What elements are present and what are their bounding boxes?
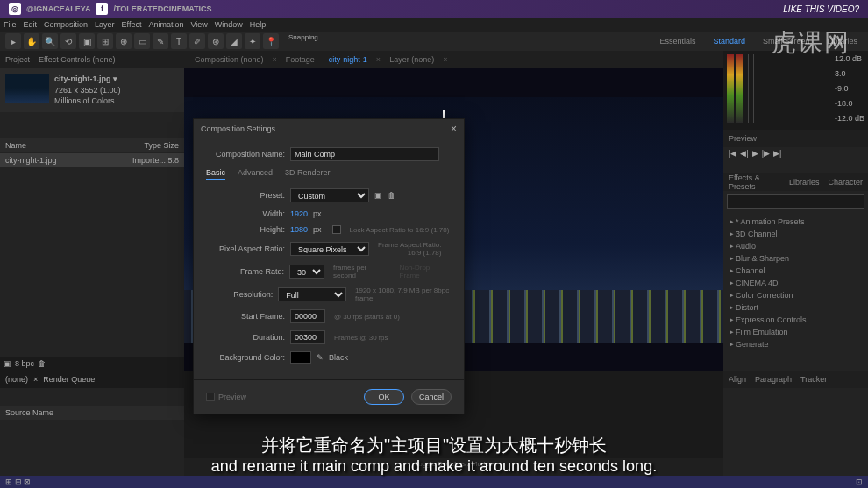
first-frame-icon[interactable]: |◀: [729, 149, 736, 159]
cancel-button[interactable]: Cancel: [411, 389, 452, 405]
fx-color[interactable]: Color Correction: [727, 289, 864, 301]
puppet-tool[interactable]: 📍: [263, 33, 279, 49]
preset-delete-icon[interactable]: 🗑: [388, 191, 395, 200]
fx-tab[interactable]: Effects & Presets: [729, 173, 780, 191]
preset-save-icon[interactable]: ▣: [374, 191, 382, 200]
comp-name-input[interactable]: [290, 147, 439, 161]
tracker-tab[interactable]: Tracker: [800, 375, 827, 384]
tab-3d[interactable]: 3D Renderer: [285, 168, 331, 180]
clone-tool[interactable]: ⊛: [208, 33, 224, 49]
rotate-tool[interactable]: ⟲: [60, 33, 76, 49]
audio-meter: 12.0 dB 3.0 -9.0 -18.0 -12.0 dB: [723, 51, 868, 130]
text-tool[interactable]: T: [171, 33, 187, 49]
social-links: ◎ @IGNACEALEYA f /TOLERATEDCINEMATICS: [9, 3, 211, 15]
height-label: Height:: [206, 225, 285, 234]
tab-advanced[interactable]: Advanced: [238, 168, 273, 180]
fx-audio[interactable]: Audio: [727, 240, 864, 252]
preset-select[interactable]: Custom: [290, 188, 369, 202]
fr-label: Frame Rate:: [206, 267, 284, 276]
anchor-tool[interactable]: ⊕: [116, 33, 132, 49]
align-tab[interactable]: Align: [729, 375, 746, 384]
menu-window[interactable]: Window: [215, 20, 243, 29]
snapping-label[interactable]: Snapping: [288, 33, 318, 49]
tl-render[interactable]: Render Queue: [43, 375, 95, 384]
start-input[interactable]: [290, 309, 325, 323]
menu-layer[interactable]: Layer: [95, 20, 115, 29]
para-tab[interactable]: Paragraph: [755, 375, 792, 384]
col-type[interactable]: Type: [144, 141, 161, 150]
menu-effect[interactable]: Effect: [122, 20, 142, 29]
asset-name[interactable]: city-night-1.jpg ▾: [54, 74, 121, 85]
fx-3d[interactable]: 3D Channel: [727, 228, 864, 240]
ws-standard[interactable]: Standard: [708, 35, 751, 47]
brush-tool[interactable]: ✐: [189, 33, 205, 49]
menu-animation[interactable]: Animation: [148, 20, 183, 29]
next-frame-icon[interactable]: |▶: [762, 149, 770, 159]
fx-blur[interactable]: Blur & Sharpen: [727, 252, 864, 265]
last-frame-icon[interactable]: ▶|: [773, 149, 781, 159]
fx-film[interactable]: Film Emulation: [727, 326, 864, 338]
dur-input[interactable]: [290, 330, 325, 344]
new-bin-icon[interactable]: ▣: [4, 359, 11, 368]
res-select[interactable]: Full: [278, 287, 346, 301]
menu-help[interactable]: Help: [250, 20, 267, 29]
ws-essentials[interactable]: Essentials: [654, 35, 701, 47]
par-select[interactable]: Square Pixels: [290, 242, 369, 256]
fr-select[interactable]: 30: [289, 265, 324, 279]
roto-tool[interactable]: ✦: [245, 33, 260, 49]
play-icon[interactable]: ▶: [752, 149, 758, 159]
vtab-comp[interactable]: Composition (none): [189, 53, 269, 66]
composition-settings-dialog: Composition Settings × Composition Name:…: [193, 118, 465, 414]
height-value[interactable]: 1080: [290, 225, 308, 234]
camera-tool[interactable]: ▣: [79, 33, 95, 49]
fx-c4d[interactable]: CINEMA 4D: [727, 277, 864, 289]
hand-tool[interactable]: ✋: [24, 33, 39, 49]
eyedropper-icon[interactable]: ✎: [317, 353, 324, 362]
tab-effect-controls[interactable]: Effect Controls (none): [39, 55, 115, 64]
vtab-footage[interactable]: Footage: [281, 53, 320, 66]
selection-tool[interactable]: ▸: [5, 33, 21, 49]
prev-frame-icon[interactable]: ◀|: [740, 149, 748, 159]
menu-view[interactable]: View: [190, 20, 207, 29]
preview-tab[interactable]: Preview: [729, 134, 757, 143]
status-right[interactable]: ⊡: [856, 477, 863, 486]
tab-basic[interactable]: Basic: [206, 168, 225, 180]
lock-aspect-checkbox[interactable]: [332, 225, 341, 234]
width-value[interactable]: 1920: [290, 209, 308, 218]
char-tab[interactable]: Character: [828, 178, 863, 187]
col-name[interactable]: Name: [5, 141, 26, 150]
pen-tool[interactable]: ✎: [153, 33, 168, 49]
fx-expr[interactable]: Expression Controls: [727, 314, 864, 326]
asset-row[interactable]: city-night-1.jpg Importe... 5.8: [0, 153, 184, 167]
fx-gen[interactable]: Generate: [727, 338, 864, 350]
col-size[interactable]: Size: [163, 141, 179, 150]
tab-project[interactable]: Project: [5, 55, 30, 64]
top-banner: ◎ @IGNACEALEYA f /TOLERATEDCINEMATICS LI…: [0, 0, 868, 18]
fx-search[interactable]: [727, 194, 864, 209]
pan-tool[interactable]: ⊞: [97, 33, 113, 49]
fx-distort[interactable]: Distort: [727, 301, 864, 314]
zoom-tool[interactable]: 🔍: [42, 33, 58, 49]
subtitle-cn: 并将它重命名为"主项目"设置为大概十秒钟长: [0, 434, 868, 457]
fx-channel[interactable]: Channel: [727, 265, 864, 277]
asset-thumbnail: [5, 74, 49, 103]
shape-tool[interactable]: ▭: [134, 33, 150, 49]
menu-edit[interactable]: Edit: [24, 20, 38, 29]
vtab-layer[interactable]: Layer (none): [384, 53, 439, 66]
menu-composition[interactable]: Composition: [44, 20, 88, 29]
preview-checkbox: [206, 393, 215, 401]
vtab-city[interactable]: city-night-1: [324, 53, 373, 66]
par-label: Pixel Aspect Ratio:: [206, 244, 285, 253]
tl-none[interactable]: (none): [5, 375, 28, 384]
bpc-toggle[interactable]: 8 bpc: [15, 359, 34, 368]
menu-file[interactable]: File: [4, 20, 17, 29]
source-name-col[interactable]: Source Name: [5, 408, 53, 417]
fx-presets[interactable]: * Animation Presets: [727, 216, 864, 228]
status-icons[interactable]: ⊞ ⊟ ⊠: [5, 477, 31, 486]
delete-icon[interactable]: 🗑: [38, 359, 46, 368]
ok-button[interactable]: OK: [364, 389, 404, 405]
bg-color-swatch[interactable]: [290, 351, 311, 364]
close-icon[interactable]: ×: [451, 123, 457, 135]
lib-tab[interactable]: Libraries: [789, 178, 820, 187]
eraser-tool[interactable]: ◢: [226, 33, 242, 49]
